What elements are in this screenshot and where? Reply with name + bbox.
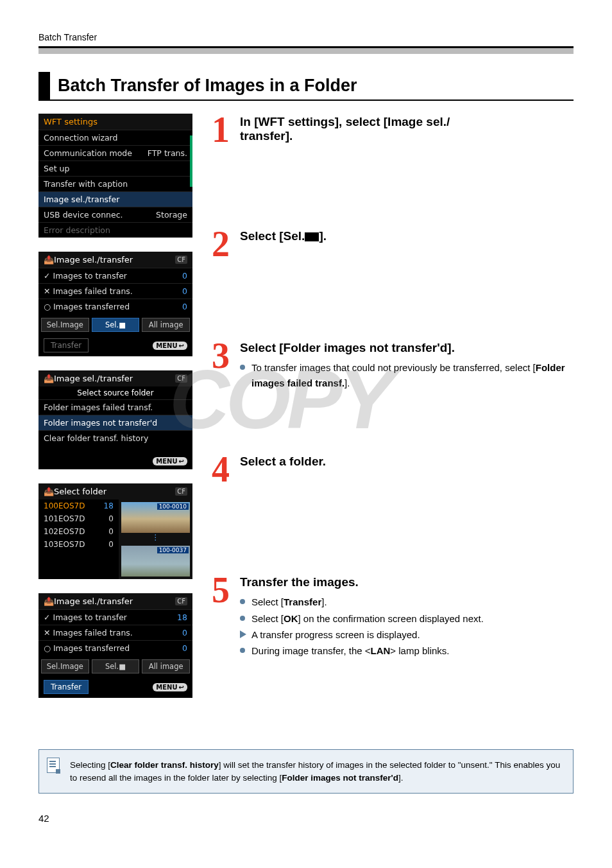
menu-item[interactable]: Folder images failed transf.: [38, 399, 192, 415]
title-text: Select folder: [54, 487, 106, 496]
menu-label: Set up: [44, 164, 69, 173]
count-value: 0: [182, 628, 187, 638]
menu-item[interactable]: USB device connec.Storage: [38, 207, 192, 222]
folder-name: 100EOS7D: [44, 501, 85, 510]
menu-value: FTP trans.: [148, 148, 187, 158]
panel-select-folder: 📤Select folder CF 100EOS7D18 101EOS7D0 1…: [38, 483, 192, 579]
menu-label: Error description: [44, 225, 110, 235]
menu-item[interactable]: Clear folder transf. history: [38, 430, 192, 446]
count-value: 0: [182, 302, 187, 311]
menu-item[interactable]: Communication modeFTP trans.: [38, 145, 192, 161]
note-text: Selecting [: [70, 760, 110, 770]
menu-back-chip[interactable]: MENU ↩: [153, 342, 187, 350]
step-heading: Select [Folder images not transfer'd].: [240, 341, 574, 355]
thumb-separator: ⋮: [121, 535, 190, 543]
menu-item-disabled: Error description: [38, 222, 192, 238]
folder-row[interactable]: 102EOS7D0: [38, 525, 119, 538]
step-1: 1 In [WFT settings], select [Image sel./…: [208, 114, 574, 148]
menu-back-chip[interactable]: MENU ↩: [153, 683, 187, 691]
header-rule: [38, 46, 574, 54]
bullet-text: Select [: [251, 613, 284, 624]
folder-list: 100EOS7D18 101EOS7D0 102EOS7D0 103EOS7D0: [38, 499, 119, 579]
circle-icon: ○: [44, 302, 51, 311]
sel-folder-button[interactable]: Sel.■: [92, 318, 140, 332]
circle-icon: ○: [44, 643, 51, 653]
step-number: 4: [208, 453, 234, 485]
x-icon: ✕: [44, 286, 50, 296]
running-head: Batch Transfer: [38, 32, 574, 42]
note-icon: [47, 758, 60, 773]
menu-label: MENU: [156, 684, 177, 691]
bullet-text: ] on the confirmation screen displayed n…: [298, 613, 484, 624]
triangle-icon: [240, 630, 246, 638]
section-title-wrap: Batch Transfer of Images in a Folder: [38, 72, 574, 101]
step-4: 4 Select a folder.: [208, 453, 574, 485]
bullet-icon: [240, 616, 245, 621]
count-label: Images failed trans.: [53, 628, 132, 638]
folder-row[interactable]: 101EOS7D0: [38, 512, 119, 525]
menu-item-selected[interactable]: Folder images not transfer'd: [38, 415, 192, 430]
count-value: 0: [182, 286, 187, 296]
panel-wft-settings: WFT settings Connection wizard Communica…: [38, 114, 192, 238]
bullet-bold: OK: [284, 613, 298, 624]
folder-count: 0: [108, 514, 114, 523]
count-row: ○ Images transferred0: [38, 640, 192, 655]
step-heading: Transfer the images.: [240, 575, 574, 589]
sel-image-button[interactable]: Sel.Image: [41, 318, 89, 332]
menu-item-selected[interactable]: Image sel./transfer: [38, 191, 192, 207]
bullet-bold: Transfer: [284, 596, 321, 607]
note-bold: Folder images not transfer'd: [282, 773, 398, 783]
transfer-button[interactable]: Transfer: [44, 338, 89, 352]
step-head-text: Select [Sel.: [240, 229, 305, 243]
bullet: During image transfer, the <LAN> lamp bl…: [240, 643, 574, 658]
menu-item[interactable]: Connection wizard: [38, 130, 192, 145]
menu-label: Image sel./transfer: [44, 195, 119, 204]
folder-name: 101EOS7D: [44, 514, 85, 523]
count-row: ✕ Images failed trans.0: [38, 625, 192, 640]
folder-row[interactable]: 103EOS7D0: [38, 538, 119, 551]
step-head-text: In [WFT settings], select [Image sel./: [240, 115, 450, 128]
menu-label: Clear folder transf. history: [44, 433, 149, 443]
panel-title: 📤Image sel./transfer CF: [38, 370, 192, 386]
step-number: 2: [208, 228, 234, 260]
sel-image-button[interactable]: Sel.Image: [41, 659, 89, 673]
title-text: Image sel./transfer: [54, 596, 133, 606]
step-number: 1: [208, 114, 234, 148]
cf-badge: CF: [175, 597, 187, 605]
folder-row[interactable]: 100EOS7D18: [38, 499, 119, 512]
bullet-text: ].: [321, 596, 327, 607]
menu-item[interactable]: Set up: [38, 161, 192, 176]
menu-label: Folder images not transfer'd: [44, 418, 157, 428]
step-heading: In [WFT settings], select [Image sel./ t…: [240, 115, 574, 143]
bullet-icon: [240, 648, 245, 653]
step-heading: Select [Sel.].: [240, 229, 574, 243]
sel-folder-button[interactable]: Sel.■: [92, 659, 140, 673]
folder-count: 0: [108, 527, 114, 536]
check-icon: ✓: [44, 612, 50, 622]
all-image-button[interactable]: All image: [142, 659, 190, 673]
menu-value: Storage: [156, 210, 187, 220]
transfer-button[interactable]: Transfer: [44, 680, 89, 694]
bullet-bold: LAN: [371, 645, 391, 656]
bullet-text: To transfer images that could not previo…: [251, 362, 536, 373]
panel-title: 📤Image sel./transfer CF: [38, 593, 192, 609]
note-box: Selecting [Clear folder transf. history]…: [38, 749, 574, 794]
bullet: A transfer progress screen is displayed.: [240, 627, 574, 642]
menu-item[interactable]: Transfer with caption: [38, 176, 192, 191]
folder-name: 103EOS7D: [44, 540, 85, 549]
menu-label: MENU: [156, 458, 177, 465]
bullet-text: Select [: [251, 596, 284, 607]
all-image-button[interactable]: All image: [142, 318, 190, 332]
count-row: ✓ Images to transfer18: [38, 609, 192, 625]
count-value: 18: [177, 612, 187, 622]
menu-label: USB device connec.: [44, 210, 123, 220]
note-bold: Clear folder transf. history: [110, 760, 219, 770]
bullet-text: > lamp blinks.: [390, 645, 449, 656]
thumbnail: 100-0010: [121, 502, 190, 533]
step-5: 5 Transfer the images. Select [Transfer]…: [208, 574, 574, 659]
folder-name: 102EOS7D: [44, 527, 85, 536]
bullet-icon: [240, 599, 245, 604]
bullet-text: During image transfer, the <: [251, 645, 371, 656]
cf-badge: CF: [175, 256, 187, 264]
menu-back-chip[interactable]: MENU ↩: [153, 457, 187, 465]
